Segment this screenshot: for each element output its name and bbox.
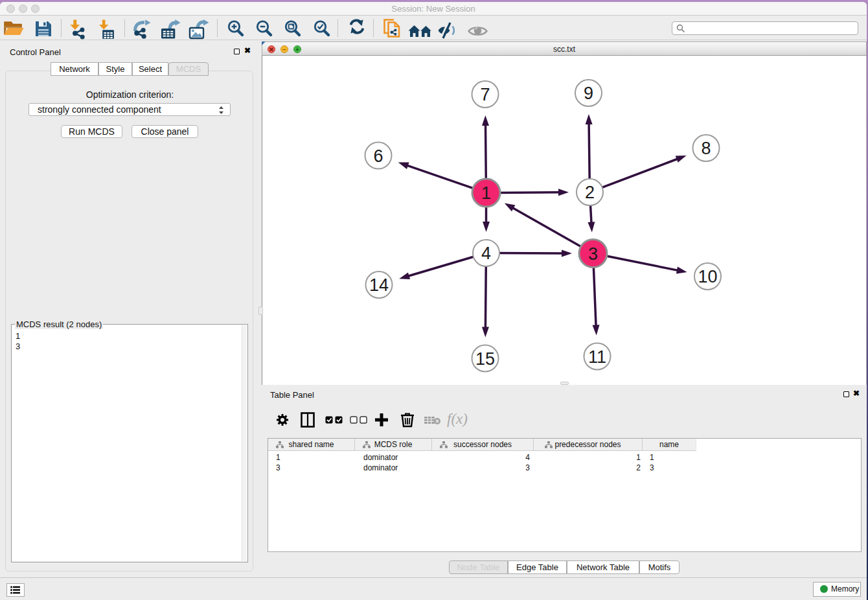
svg-text:6: 6: [373, 146, 383, 166]
svg-text:8: 8: [701, 139, 711, 158]
svg-text:9: 9: [584, 84, 593, 103]
svg-text:7: 7: [480, 85, 490, 104]
svg-text:15: 15: [475, 349, 495, 369]
svg-text:3: 3: [588, 244, 598, 264]
svg-text:14: 14: [369, 275, 389, 295]
svg-text:11: 11: [588, 347, 606, 367]
svg-text:2: 2: [585, 183, 595, 202]
svg-text:10: 10: [698, 267, 717, 286]
svg-text:1: 1: [481, 183, 491, 203]
svg-text:4: 4: [481, 244, 491, 263]
